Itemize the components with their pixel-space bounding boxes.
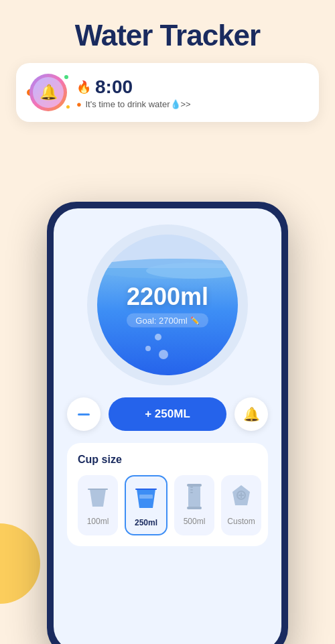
cup-label-500ml: 500ml — [184, 517, 206, 526]
page-background: Water Tracker 🔔 🔥 8:00 ● It's time to dr… — [0, 0, 335, 644]
cup-icon-custom — [226, 482, 256, 511]
cup-size-title: Cup size — [78, 454, 257, 466]
page-title: Water Tracker — [0, 0, 335, 63]
svg-rect-1 — [188, 484, 200, 508]
water-goal: Goal: 2700ml ✏️ — [127, 314, 208, 328]
cup-label-250ml: 250ml — [135, 518, 157, 527]
cup-icon-500ml — [180, 482, 209, 511]
cup-option-500ml[interactable]: 500ml — [174, 475, 214, 535]
notif-message: ● It's time to drink water💧>> — [76, 99, 306, 109]
orange-dot: ● — [76, 99, 82, 109]
notification-card: 🔔 🔥 8:00 ● It's time to drink water💧>> — [16, 63, 319, 122]
sparkle-yellow — [66, 105, 70, 109]
cup-size-section: Cup size 100ml — [67, 443, 268, 546]
add-water-button[interactable]: + 250ML — [109, 397, 226, 431]
cup-icon-250ml — [131, 483, 161, 513]
minus-button[interactable] — [67, 397, 100, 431]
cup-options: 100ml 250ml — [78, 475, 257, 535]
water-circle-container: 2200ml Goal: 2700ml ✏️ — [87, 224, 248, 385]
svg-rect-0 — [139, 495, 153, 499]
svg-rect-6 — [187, 484, 202, 487]
minus-icon — [78, 413, 90, 415]
notif-time: 🔥 8:00 — [76, 76, 306, 98]
bubble-1 — [155, 334, 161, 340]
water-amount: 2200ml — [127, 283, 208, 311]
phone-screen: 2200ml Goal: 2700ml ✏️ + 250ML 🔔 — [54, 208, 281, 644]
cup-option-250ml[interactable]: 250ml — [125, 475, 168, 535]
notif-avatar: 🔔 — [29, 74, 67, 111]
controls-row: + 250ML 🔔 — [67, 397, 268, 431]
cup-label-100ml: 100ml — [87, 517, 109, 526]
bell-button[interactable]: 🔔 — [234, 397, 268, 431]
bell-icon: 🔔 — [243, 406, 260, 422]
fire-icon: 🔥 — [76, 80, 91, 94]
cup-option-100ml[interactable]: 100ml — [78, 475, 118, 535]
svg-rect-5 — [187, 507, 202, 509]
phone-container: 2200ml Goal: 2700ml ✏️ + 250ML 🔔 — [47, 202, 288, 644]
sparkle-green — [64, 75, 68, 79]
phone-frame: 2200ml Goal: 2700ml ✏️ + 250ML 🔔 — [47, 202, 288, 644]
svg-rect-3 — [190, 489, 193, 491]
cup-label-custom: Custom — [227, 517, 255, 526]
svg-rect-2 — [190, 487, 193, 488]
notif-text: 🔥 8:00 ● It's time to drink water💧>> — [76, 76, 306, 109]
water-text-overlay: 2200ml Goal: 2700ml ✏️ — [127, 283, 208, 328]
deco-yellow-shape — [0, 523, 40, 604]
svg-rect-4 — [190, 492, 193, 493]
bubble-2 — [145, 346, 151, 351]
cup-option-custom[interactable]: Custom — [221, 475, 261, 535]
cup-icon-100ml — [83, 482, 113, 511]
bubble-3 — [159, 350, 168, 359]
pencil-icon: ✏️ — [190, 316, 200, 325]
bell-icon-notif: 🔔 — [40, 84, 58, 101]
